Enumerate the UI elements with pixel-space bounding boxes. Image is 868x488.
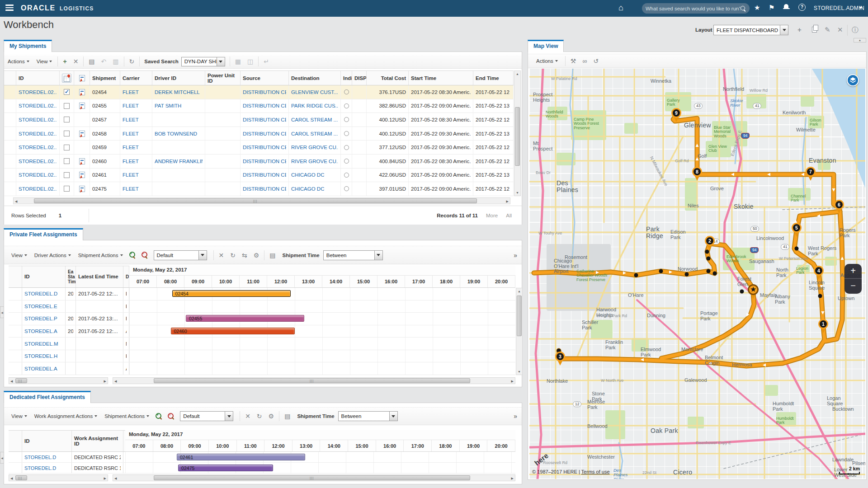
cell-link[interactable]: DISTRIBUTION CE...: [243, 117, 286, 122]
gantt-doc-icon[interactable]: [79, 172, 85, 178]
shipment-row[interactable]: STOREDEL.02...02460FLEETANDREW FRANKLIND…: [4, 155, 514, 169]
map-actions-menu[interactable]: Actions: [533, 58, 561, 64]
cell-link[interactable]: STOREDEL.02...: [19, 159, 57, 164]
saved-search-select[interactable]: DYN-DAY SHI: [181, 57, 225, 66]
pf-column-header[interactable]: D: [123, 266, 129, 287]
df-legend-icon[interactable]: ▤: [281, 413, 293, 420]
cell-link[interactable]: DISTRIBUTION CE...: [243, 159, 286, 164]
pf-driver-row[interactable]: STOREDEL.MM: [9, 338, 129, 350]
cell-link[interactable]: STOREDEL.02...: [19, 103, 57, 108]
pf-driver-row[interactable]: STOREDEL.HH: [9, 350, 129, 363]
cell-link[interactable]: CAROL STREAM ...: [291, 117, 338, 122]
duplicate-icon[interactable]: ▤: [85, 58, 98, 65]
tab-private-fleet-assignments[interactable]: Private Fleet Assignments: [4, 228, 83, 240]
pf-id-link[interactable]: STOREDEL.M: [24, 341, 58, 347]
map-canvas[interactable]: W Palatine RdProspect HeightsWinnetkaNor…: [529, 69, 865, 479]
column-header[interactable]: [4, 71, 16, 85]
column-header[interactable]: Carrier: [120, 71, 152, 85]
pf-driver-row[interactable]: STOREDEL.AA: [9, 362, 129, 375]
gantt-bar[interactable]: 02461: [177, 454, 305, 460]
pf-driver-row[interactable]: STOREDEL.P202017-05-22 13:...P: [9, 313, 129, 325]
column-header[interactable]: Driver ID: [152, 71, 205, 85]
column-header[interactable]: Indic: [341, 71, 352, 85]
show-on-map-checkbox[interactable]: [64, 89, 70, 95]
column-header[interactable]: [60, 71, 74, 85]
terms-of-use-link[interactable]: Terms of use: [581, 469, 610, 474]
hamburger-menu-icon[interactable]: [5, 5, 14, 11]
df-grid-hscrollbar[interactable]: ◀|||▶: [9, 474, 108, 481]
map-tools-icon[interactable]: ⚒: [567, 57, 580, 65]
gantt-doc-icon[interactable]: [79, 131, 85, 137]
cell-link[interactable]: ANDREW FRANKLIN: [155, 159, 203, 164]
df-gantt-hscrollbar[interactable]: ◀|||▶: [113, 474, 515, 481]
pf-column-header[interactable]: ID: [22, 266, 66, 287]
shipment-row[interactable]: STOREDEL.02...02475FLEETDISTRIBUTION CE.…: [4, 182, 514, 196]
pf-splitter-handle[interactable]: ◀: [0, 306, 4, 318]
cell-link[interactable]: STOREDEL.02...: [19, 131, 57, 136]
df-zoom-in-icon[interactable]: +: [156, 413, 162, 420]
shipment-row[interactable]: STOREDEL.02...02459FLEETDISTRIBUTION CE.…: [4, 141, 514, 155]
show-on-map-checkbox[interactable]: [64, 186, 70, 192]
cell-link[interactable]: FLEET: [123, 159, 139, 164]
pf-driver-row[interactable]: STOREDEL.A202017-05-22 12:...A: [9, 325, 129, 338]
records-more-link[interactable]: More: [478, 213, 506, 218]
cell-link[interactable]: RIVER GROVE CU...: [291, 159, 338, 164]
help-icon[interactable]: ?: [798, 4, 806, 11]
df-id-link[interactable]: STOREDEL.D: [24, 465, 56, 471]
column-header[interactable]: Total Cost: [367, 71, 409, 85]
cell-link[interactable]: STOREDEL.02...: [19, 117, 57, 122]
user-menu-caret-icon[interactable]: [859, 7, 863, 9]
df-view-menu[interactable]: View: [8, 413, 31, 419]
shipment-row[interactable]: STOREDEL.02...02461FLEETDISTRIBUTION CE.…: [4, 169, 514, 183]
view-menu[interactable]: View: [33, 59, 56, 64]
cell-link[interactable]: FLEET: [123, 103, 139, 108]
pf-vertical-scrollbar[interactable]: ▲ ▼: [516, 288, 523, 375]
notifications-bell-icon[interactable]: [783, 4, 790, 10]
pf-preset-select[interactable]: Default: [154, 250, 207, 260]
pf-settings-icon[interactable]: ⚙: [250, 252, 263, 259]
pf-refresh-icon[interactable]: ↻: [227, 252, 239, 259]
pf-id-link[interactable]: STOREDEL.A: [24, 366, 57, 371]
pf-id-link[interactable]: STOREDEL.P: [24, 316, 57, 321]
map-zoom-in-button[interactable]: +: [844, 264, 862, 279]
column-header[interactable]: ID: [16, 71, 60, 85]
cell-link[interactable]: FLEET: [123, 186, 139, 192]
cell-link[interactable]: CHICAGO DC: [291, 186, 324, 192]
gantt-bar[interactable]: 02460: [171, 328, 295, 334]
gantt-doc-icon[interactable]: [79, 103, 85, 109]
pf-id-link[interactable]: STOREDEL.H: [24, 353, 57, 359]
cell-link[interactable]: PARK RIDGE CUS...: [291, 103, 338, 108]
pf-column-header[interactable]: Ea Sta Tim: [66, 266, 76, 287]
info-button[interactable]: ⓘ: [852, 26, 859, 34]
save-icon[interactable]: ▥: [109, 58, 122, 65]
pf-grid-hscrollbar[interactable]: ◀|||▶: [9, 377, 108, 384]
pf-view-menu[interactable]: View: [8, 253, 31, 258]
df-shipment-actions-menu[interactable]: Shipment Actions: [101, 413, 153, 419]
gantt-bar[interactable]: 02475: [178, 465, 273, 471]
cell-link[interactable]: DEREK MITCHELL: [155, 89, 200, 95]
layout-select[interactable]: FLEET DISPATCHBOARD: [713, 25, 788, 35]
cell-link[interactable]: PAT SMITH: [155, 103, 181, 108]
df-resource-row[interactable]: STOREDEL.DDEDICATED RSRC 1: [9, 463, 125, 474]
pf-legend-icon[interactable]: ▤: [266, 252, 278, 259]
user-menu[interactable]: STOREDEL.ADMIN: [814, 5, 864, 11]
column-header[interactable]: Power Unit ID: [205, 71, 241, 85]
show-on-map-checkbox[interactable]: [64, 172, 70, 178]
cell-link[interactable]: CAROL STREAM ...: [291, 131, 338, 136]
pf-column-header[interactable]: [9, 266, 22, 287]
cell-link[interactable]: DISTRIBUTION CE...: [243, 172, 286, 178]
column-header[interactable]: Destination: [289, 71, 341, 85]
cell-link[interactable]: DISTRIBUTION CE...: [243, 103, 286, 108]
cell-link[interactable]: FLEET: [123, 172, 139, 178]
pf-shipment-actions-menu[interactable]: Shipment Actions: [75, 253, 127, 258]
show-on-map-column-icon[interactable]: [62, 74, 71, 83]
cell-link[interactable]: FLEET: [123, 89, 139, 95]
pf-column-header[interactable]: Latest End Time: [76, 266, 123, 287]
df-column-header[interactable]: ID: [22, 431, 72, 451]
pf-delete-icon[interactable]: ✕: [216, 252, 227, 259]
edit-layout-button[interactable]: ✎: [825, 26, 830, 34]
cell-link[interactable]: FLEET: [123, 117, 139, 122]
show-on-map-checkbox[interactable]: [64, 158, 70, 164]
pf-shipment-time-select[interactable]: Between: [323, 250, 383, 260]
df-refresh-icon[interactable]: ↻: [254, 413, 265, 420]
